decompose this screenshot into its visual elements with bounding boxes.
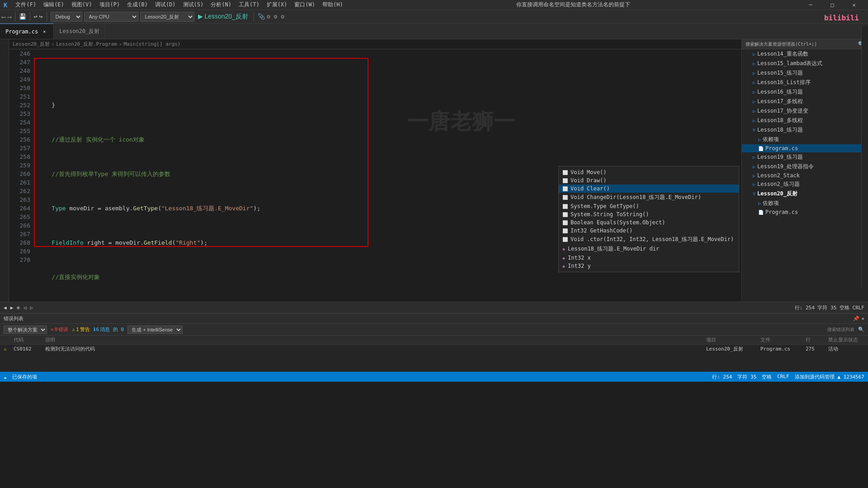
menu-file[interactable]: 文件(F) xyxy=(12,0,40,9)
tree-item-label: 佐败项 xyxy=(763,199,779,207)
tooltip-item-ctor[interactable]: ⬜ Void .ctor(Int32, Int32, Lesson18_练习题.… xyxy=(559,235,739,244)
build-filter[interactable]: 生成 + IntelliSense xyxy=(127,326,183,334)
nav-prev[interactable]: ◁ xyxy=(24,305,27,311)
tree-item-label: Program.cs xyxy=(765,145,798,152)
menu-build[interactable]: 生成(B) xyxy=(123,0,151,9)
status-save-icon[interactable]: ☁ xyxy=(4,374,7,380)
col-desc-header[interactable]: 说明 xyxy=(45,336,706,343)
tooltip-item-tostring[interactable]: ⬜ System.String ToString() xyxy=(559,210,739,218)
tooltip-item-x[interactable]: ◈ Int32 x xyxy=(559,254,739,262)
tree-item-lesson14[interactable]: ▷ Lesson14_重名函数 xyxy=(742,49,868,59)
tree-item-deps[interactable]: ▷ 依赖项 xyxy=(742,135,868,144)
toolbar-attach-icon[interactable]: 📎 xyxy=(258,13,265,20)
tooltip-item-gettype[interactable]: ⬜ System.Type GetType() xyxy=(559,202,739,210)
tree-arrow-icon: ▷ xyxy=(753,155,755,160)
menu-window[interactable]: 窗口(W) xyxy=(291,0,319,9)
status-encoding[interactable]: CRLF xyxy=(777,374,789,380)
tab-lesson20[interactable]: Lesson20_反射 xyxy=(54,24,105,39)
tooltip-item-dir[interactable]: ◈ Lesson18_练习题.E_MoveDir dir xyxy=(559,244,739,254)
col-project-header[interactable]: 项目 xyxy=(706,336,760,343)
menu-help[interactable]: 帮助(H) xyxy=(319,0,347,9)
tree-item-lesson18-thread[interactable]: ▷ Lesson18_多线程 xyxy=(742,116,868,125)
menu-extensions[interactable]: 扩展(X) xyxy=(263,0,291,9)
menu-test[interactable]: 测试(S) xyxy=(179,0,208,9)
tab-program-cs-close[interactable]: ✕ xyxy=(41,28,48,35)
error-line-cell: 275 xyxy=(806,346,828,352)
col-icon-header xyxy=(4,336,14,343)
tree-item-lesson15-lambad[interactable]: ▷ Lesson15_lambad表达式 xyxy=(742,59,868,68)
tooltip-item-y[interactable]: ◈ Int32 y xyxy=(559,262,739,270)
tooltip-item-draw[interactable]: ⬜ Void Draw() xyxy=(559,176,739,185)
debug-mode-dropdown[interactable]: Debug xyxy=(51,12,82,22)
status-space[interactable]: 空格 xyxy=(762,374,772,380)
table-row[interactable]: ⚠ CS0162 检测到无法访问的代码 Lesson20_反射 Program.… xyxy=(0,345,868,353)
tree-item-lesson20[interactable]: ▽ Lesson20_反射 xyxy=(742,189,868,199)
menu-view[interactable]: 视图(V) xyxy=(68,0,96,9)
status-line[interactable]: 行: 254 xyxy=(712,374,732,380)
tree-item-deps2[interactable]: ▷ 佐败项 xyxy=(742,199,868,208)
tree-expand-icon: ▽ xyxy=(753,128,755,133)
tree-item-lesson17-covariant[interactable]: ▷ Lesson17_协变逆变 xyxy=(742,106,868,116)
breadcrumb-class[interactable]: Lesson20_反射.Program xyxy=(56,41,117,47)
menu-project[interactable]: 项目(P) xyxy=(96,0,124,9)
tree-arrow-icon: ▷ xyxy=(753,61,755,66)
nav-next[interactable]: ▷ xyxy=(30,305,33,311)
menu-debug[interactable]: 调试(D) xyxy=(151,0,179,9)
toolbar-redo-icon[interactable]: ↪ xyxy=(39,13,43,20)
tree-item-lesson18-ex[interactable]: ▽ Lesson18_练习题 xyxy=(742,125,868,135)
status-vcs[interactable]: 添加到源代码管理 ▲ 1234567 xyxy=(795,374,864,380)
tree-item-lesson16-list[interactable]: ▷ Lesson16_List排序 xyxy=(742,78,868,87)
tooltip-label-x: Int32 x xyxy=(568,255,591,261)
search-errors-icon[interactable]: 🔍 xyxy=(858,327,864,332)
tree-arrow-icon: ▷ xyxy=(753,182,755,187)
tree-item-program-cs-2[interactable]: 📄 Program.cs xyxy=(742,208,868,216)
col-suppress-header[interactable]: 禁止显示状态 xyxy=(828,336,864,343)
tree-item-lesson19-ex[interactable]: ▷ Lesson19_练习题 xyxy=(742,152,868,162)
solution-filter[interactable]: 整个解决方案 xyxy=(4,326,47,334)
tree-item-lesson17-thread[interactable]: ▷ Lesson17_多线程 xyxy=(742,97,868,106)
error-list-close[interactable]: ✕ xyxy=(861,316,864,322)
breadcrumb-method[interactable]: Main(string[] args) xyxy=(123,41,180,47)
expand-icon[interactable]: ⊕ xyxy=(17,305,20,311)
tooltip-item-clear[interactable]: ⬜ Void Clear() xyxy=(559,185,739,193)
minimize-button[interactable]: ─ xyxy=(800,0,821,10)
toolbar-back-icon[interactable]: ⟵ xyxy=(2,13,5,20)
close-button[interactable]: ✕ xyxy=(844,0,864,10)
tooltip-item-move[interactable]: ⬜ Void Move() xyxy=(559,168,739,176)
tree-item-lesson15-ex[interactable]: ▷ Lesson15_练习题 xyxy=(742,68,868,78)
tooltip-item-equals[interactable]: ⬜ Boolean Equals(System.Object) xyxy=(559,218,739,227)
tooltip-item-gethashcode[interactable]: ⬜ Int32 GetHashCode() xyxy=(559,227,739,235)
col-code-header[interactable]: 代码 xyxy=(14,336,45,343)
scroll-right[interactable]: ▶ xyxy=(10,305,14,311)
run-button[interactable]: ▶ Lesson20_反射 xyxy=(196,12,250,22)
tree-item-label: Lesson16_List排序 xyxy=(757,79,811,86)
error-list-title: 错误列表 xyxy=(4,315,24,322)
tooltip-item-changedir[interactable]: ⬜ Void ChangeDir(Lesson18_练习题.E_MoveDir) xyxy=(559,193,739,202)
platform-dropdown[interactable]: Any CPU xyxy=(84,12,138,22)
toolbar-sep-4 xyxy=(254,12,254,21)
col-line-header[interactable]: 行 xyxy=(806,336,828,343)
toolbar-undo-icon[interactable]: ↩ xyxy=(34,13,38,20)
project-dropdown[interactable]: Lesson20_反射 xyxy=(140,12,194,22)
toolbar-fwd-icon[interactable]: ⟶ xyxy=(7,13,11,20)
toolbar-save-icon[interactable]: 💾 xyxy=(19,13,26,20)
restore-button[interactable]: □ xyxy=(822,0,843,10)
col-file-header[interactable]: 文件 xyxy=(760,336,806,343)
tooltip-label-gettype: System.Type GetType() xyxy=(571,203,639,209)
breadcrumb-bar: Lesson20_反射 › Lesson20_反射.Program › Main… xyxy=(9,39,741,49)
tree-item-program-cs-1[interactable]: 📄 Program.cs xyxy=(742,144,868,152)
tree-item-lesson19-cmd[interactable]: ▷ Lesson19_处理器指令 xyxy=(742,162,868,171)
error-list-pin[interactable]: 📌 xyxy=(853,316,859,322)
tree-arrow-icon: ▷ xyxy=(753,118,755,123)
menu-tools[interactable]: 工具(T) xyxy=(235,0,263,9)
tab-program-cs[interactable]: Program.cs ✕ xyxy=(0,24,54,39)
menu-analyze[interactable]: 分析(N) xyxy=(207,0,235,9)
tree-arrow-icon: ▷ xyxy=(753,52,755,57)
tree-item-lesson2-ex[interactable]: ▷ Lesson2_练习题 xyxy=(742,180,868,189)
tree-item-lesson16-ex[interactable]: ▷ Lesson16_练习题 xyxy=(742,87,868,97)
menu-edit[interactable]: 编辑(E) xyxy=(40,0,68,9)
tree-item-lesson2-stack[interactable]: ▷ Lesson2_Stack xyxy=(742,171,868,180)
scroll-left[interactable]: ◀ xyxy=(4,305,7,311)
breadcrumb-file[interactable]: Lesson20_反射 xyxy=(13,41,50,47)
tree-arrow-icon: ▷ xyxy=(753,99,755,104)
